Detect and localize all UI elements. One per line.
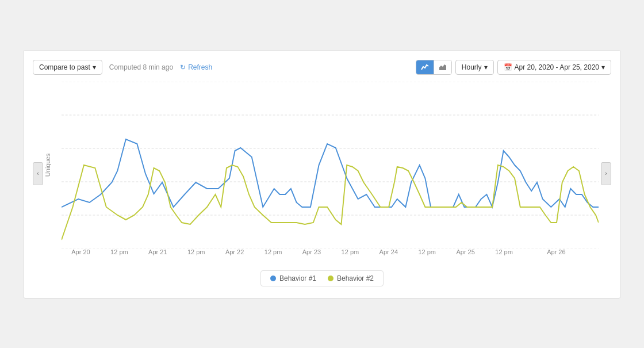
chart-container: Compare to past ▾ Computed 8 min ago ↻ R… (23, 50, 621, 299)
behavior1-dot (270, 276, 276, 281)
x-label-12pm-1: 12 pm (110, 248, 128, 255)
x-label-apr22: Apr 22 (225, 248, 244, 255)
area-chart-button[interactable] (434, 60, 451, 74)
toolbar: Compare to past ▾ Computed 8 min ago ↻ R… (33, 60, 611, 75)
x-axis: Apr 20 12 pm Apr 21 12 pm Apr 22 12 pm A… (62, 248, 611, 266)
x-label-12pm-2: 12 pm (187, 248, 205, 255)
chart-area: ‹ › Uniques 1000 800 600 400 200 0 (33, 82, 611, 266)
chart-type-toggle (416, 60, 452, 75)
date-range-label: Apr 20, 2020 - Apr 25, 2020 (515, 63, 599, 71)
hourly-button[interactable]: Hourly ▾ (455, 60, 494, 75)
x-label-apr21: Apr 21 (148, 248, 167, 255)
x-label-12pm-5: 12 pm (418, 248, 436, 255)
behavior1-label: Behavior #1 (279, 274, 316, 282)
behavior2-dot (328, 276, 334, 281)
calendar-icon: 📅 (504, 63, 512, 71)
legend-behavior2: Behavior #2 (328, 274, 374, 282)
hourly-chevron-icon: ▾ (484, 63, 488, 71)
chart-legend: Behavior #1 Behavior #2 (260, 270, 384, 286)
svg-chart-wrapper: 1000 800 600 400 200 0 (62, 82, 599, 248)
x-label-apr24: Apr 24 (379, 248, 398, 255)
toolbar-right: Hourly ▾ 📅 Apr 20, 2020 - Apr 25, 2020 ▾ (416, 60, 611, 75)
scroll-right-button[interactable]: › (601, 162, 611, 185)
x-label-apr25: Apr 25 (456, 248, 474, 255)
refresh-button[interactable]: ↻ Refresh (180, 63, 212, 71)
x-label-12pm-3: 12 pm (264, 248, 282, 255)
svg-marker-0 (439, 64, 446, 70)
x-label-apr23: Apr 23 (302, 248, 321, 255)
refresh-label: Refresh (188, 63, 212, 71)
compare-to-past-label: Compare to past (39, 63, 90, 71)
compare-to-past-button[interactable]: Compare to past ▾ (33, 60, 102, 75)
scroll-left-button[interactable]: ‹ (33, 162, 43, 185)
x-label-12pm-4: 12 pm (342, 248, 359, 255)
compare-chevron-icon: ▾ (93, 63, 96, 71)
hourly-label: Hourly (462, 63, 482, 71)
date-range-button[interactable]: 📅 Apr 20, 2020 - Apr 25, 2020 ▾ (497, 60, 611, 75)
x-label-apr20: Apr 20 (71, 248, 90, 255)
line-chart-button[interactable] (416, 60, 434, 74)
y-axis-label: Uniques (44, 153, 51, 176)
chart-svg: 1000 800 600 400 200 0 (62, 82, 599, 248)
x-label-apr26: Apr 26 (547, 248, 565, 255)
legend-behavior1: Behavior #1 (270, 274, 316, 282)
toolbar-left: Compare to past ▾ Computed 8 min ago ↻ R… (33, 60, 212, 75)
refresh-icon: ↻ (180, 63, 186, 71)
computed-text: Computed 8 min ago (109, 63, 173, 71)
x-label-12pm-6: 12 pm (495, 248, 513, 255)
behavior2-label: Behavior #2 (337, 274, 374, 282)
date-range-chevron-icon: ▾ (601, 63, 605, 71)
